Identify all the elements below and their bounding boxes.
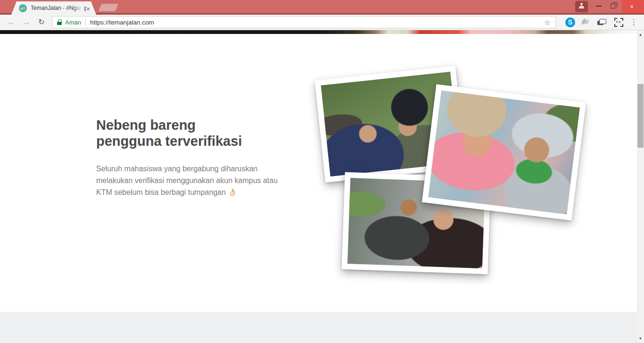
heading-line2: pengguna terverifikasi (96, 134, 242, 149)
chrome-menu-icon[interactable]: ⋮ (630, 18, 637, 26)
page-viewport: Nebeng bareng pengguna terverifikasi Sel… (0, 30, 637, 343)
photo-two-hijabers (422, 84, 586, 220)
scrollbar-thumb[interactable] (637, 84, 644, 148)
bookmark-star-icon[interactable]: ☆ (542, 18, 553, 27)
scroll-down-arrow[interactable]: ▼ (637, 335, 644, 342)
address-bar[interactable]: Aman https://temanjalan.com ☆ (52, 16, 556, 28)
restore-button[interactable] (606, 0, 620, 13)
section-body-text: Seluruh mahasiswa yang bergabung diharus… (96, 163, 280, 198)
secure-label[interactable]: Aman (65, 19, 81, 26)
page-scrollbar[interactable]: ▲ ▼ (637, 30, 644, 343)
close-icon: × (630, 3, 634, 10)
extensions-area: S ⋮ (562, 17, 640, 27)
profile-button[interactable] (575, 1, 588, 12)
skype-extension-icon[interactable]: S (565, 17, 575, 27)
back-button[interactable]: ← (5, 16, 17, 28)
forward-button[interactable]: → (20, 16, 33, 28)
window-titlebar[interactable]: × (0, 0, 644, 13)
tab-title-fade (74, 4, 84, 12)
photo-two-hijabers-image (428, 91, 580, 214)
heading-line1: Nebeng bareng (96, 117, 196, 133)
secure-lock-icon[interactable] (57, 19, 62, 25)
minimize-button[interactable] (592, 0, 606, 13)
section-heading: Nebeng bareng pengguna terverifikasi (96, 117, 242, 149)
scrolled-hero-image-sliver (0, 30, 637, 34)
omnibox-separator (85, 18, 86, 26)
person-icon (579, 3, 584, 10)
browser-tab[interactable]: TemanJalan - #Ngampus × (11, 1, 96, 15)
browser-toolbar: ← → ↻ Aman https://temanjalan.com ☆ S ⋮ (0, 15, 644, 30)
restore-icon (611, 4, 615, 8)
reload-button[interactable]: ↻ (35, 16, 48, 28)
tab-close-button[interactable]: × (84, 5, 92, 13)
new-tab-button[interactable] (99, 4, 118, 11)
site-favicon-icon (19, 4, 27, 12)
close-window-button[interactable]: × (622, 0, 644, 13)
window-stack-extension-icon[interactable] (597, 19, 606, 25)
feather-extension-icon[interactable] (582, 18, 589, 26)
window-controls: × (575, 0, 644, 13)
scroll-up-arrow[interactable]: ▲ (637, 31, 644, 38)
screenshot-extension-icon[interactable] (614, 18, 623, 27)
next-section-strip (0, 312, 637, 343)
minimize-icon (596, 6, 602, 7)
url-text[interactable]: https://temanjalan.com (90, 19, 542, 26)
